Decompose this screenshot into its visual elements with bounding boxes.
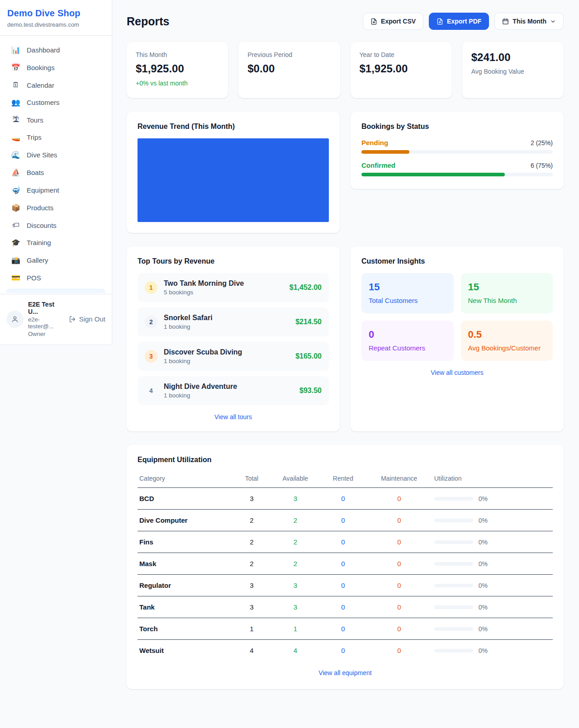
sidebar-item-gallery[interactable]: 📸Gallery: [4, 251, 108, 269]
table-row: Tank33000%: [138, 596, 553, 618]
sidebar-item-label: Gallery: [27, 256, 48, 264]
stat-value: $1,925.00: [136, 62, 219, 75]
file-download-icon: [370, 18, 377, 25]
user-name: E2E Test U...: [28, 301, 64, 315]
status-count: 6 (75%): [531, 162, 553, 169]
sidebar-item-dive-sites[interactable]: 🌊Dive Sites: [4, 146, 108, 164]
sidebar-item-training[interactable]: 🎓Training: [4, 234, 108, 251]
page-header: Reports Export CSV Export PDF This Month: [127, 13, 564, 30]
sidebar-item-boats[interactable]: ⛵Boats: [4, 164, 108, 181]
table-row: BCD33000%: [138, 488, 553, 510]
tour-amount: $165.00: [295, 352, 322, 360]
export-csv-button[interactable]: Export CSV: [363, 13, 423, 30]
cell-total: 2: [233, 510, 271, 531]
cell-maintenance: 0: [366, 618, 432, 640]
avatar: [6, 311, 24, 328]
sidebar-item-customers[interactable]: 👥Customers: [4, 94, 108, 111]
spiral-calendar-icon: 🗓: [11, 81, 21, 89]
utilization-meter: 0%: [434, 539, 551, 546]
cell-available: 3: [271, 596, 320, 618]
sidebar-nav: 📊Dashboard📅Bookings🗓Calendar👥Customers🏝T…: [0, 36, 112, 288]
equipment-utilization-title: Equipment Utilization: [138, 456, 553, 464]
tour-list: 1Two Tank Morning Dive5 bookings$1,452.0…: [138, 273, 329, 405]
cell-rented: 0: [320, 553, 366, 575]
utilization-percent: 0%: [479, 582, 488, 589]
tag-icon: 🏷: [11, 221, 21, 229]
export-pdf-button[interactable]: Export PDF: [429, 13, 489, 30]
camera-icon: 📸: [11, 256, 21, 265]
cell-utilization: 0%: [432, 596, 553, 618]
tour-bookings: 1 booking: [164, 358, 289, 364]
person-icon: [11, 315, 19, 323]
cell-available: 2: [271, 531, 320, 553]
tour-amount: $214.50: [295, 318, 322, 326]
column-header: Available: [271, 470, 320, 488]
sidebar-item-label: Trips: [27, 133, 42, 141]
island-icon: 🏝: [11, 116, 21, 124]
equipment-utilization-card: Equipment Utilization CategoryTotalAvail…: [127, 445, 564, 689]
stat-value: $0.00: [247, 62, 331, 75]
cell-available: 3: [271, 575, 320, 596]
sign-out-button[interactable]: Sign Out: [69, 315, 105, 323]
stat-delta: +0% vs last month: [136, 80, 219, 87]
top-tours-title: Top Tours by Revenue: [138, 257, 329, 265]
bar-chart-icon: 📊: [11, 46, 21, 54]
progress-track: [434, 562, 473, 566]
rank-badge: 1: [145, 281, 157, 294]
user-role: Owner: [28, 331, 64, 337]
cell-total: 1: [233, 618, 271, 640]
graduation-cap-icon: 🎓: [11, 238, 21, 247]
sidebar-item-discounts[interactable]: 🏷Discounts: [4, 217, 108, 234]
cell-maintenance: 0: [366, 553, 432, 575]
cell-total: 4: [233, 640, 271, 662]
utilization-percent: 0%: [479, 495, 488, 502]
progress-track: [434, 540, 473, 544]
cell-total: 3: [233, 575, 271, 596]
stat-card-this-month: This Month $1,925.00 +0% vs last month: [127, 42, 228, 98]
stat-card-previous-period: Previous Period $0.00: [238, 42, 340, 98]
status-row-header: Confirmed6 (75%): [361, 161, 553, 169]
insight-value: 15: [369, 281, 446, 293]
status-row: Pending2 (25%): [361, 139, 553, 154]
sidebar-item-pos[interactable]: 💳POS: [4, 269, 108, 287]
progress-fill: [361, 150, 409, 154]
cell-rented: 0: [320, 531, 366, 553]
utilization-meter: 0%: [434, 517, 551, 524]
sidebar-item-calendar[interactable]: 🗓Calendar: [4, 76, 108, 94]
column-header: Rented: [320, 470, 366, 488]
table-row: Mask22000%: [138, 553, 553, 575]
progress-track: [361, 173, 553, 176]
view-all-tours-link[interactable]: View all tours: [138, 413, 329, 421]
sidebar-item-dashboard[interactable]: 📊Dashboard: [4, 41, 108, 59]
cell-utilization: 0%: [432, 618, 553, 640]
sidebar-item-tours[interactable]: 🏝Tours: [4, 111, 108, 128]
stat-label: This Month: [136, 51, 219, 58]
tour-info: Discover Scuba Diving1 booking: [164, 348, 289, 364]
cell-category: Fins: [138, 531, 233, 553]
view-all-equipment-link[interactable]: View all equipment: [138, 669, 553, 676]
header-actions: Export CSV Export PDF This Month: [363, 13, 564, 30]
insight-tile-total-customers: 15Total Customers: [361, 273, 454, 313]
sidebar-item-label: Boats: [27, 169, 44, 176]
sidebar-item-equipment[interactable]: 🤿Equipment: [4, 181, 108, 199]
period-dropdown[interactable]: This Month: [494, 13, 564, 30]
tour-amount: $1,452.00: [290, 284, 322, 292]
sidebar-item-bookings[interactable]: 📅Bookings: [4, 59, 108, 76]
sidebar-item-trips[interactable]: 🚤Trips: [4, 128, 108, 146]
cell-rented: 0: [320, 596, 366, 618]
tour-name: Night Dive Adventure: [164, 383, 293, 391]
sidebar-item-products[interactable]: 📦Products: [4, 199, 108, 217]
charts-row: Revenue Trend (This Month) Bookings by S…: [127, 112, 564, 233]
cell-utilization: 0%: [432, 510, 553, 531]
top-tours-card: Top Tours by Revenue 1Two Tank Morning D…: [127, 246, 340, 431]
column-header: Category: [138, 470, 233, 488]
sidebar-item-label: Tours: [27, 116, 43, 124]
sidebar-item-label: Customers: [27, 99, 60, 106]
tour-bookings: 1 booking: [164, 323, 289, 330]
view-all-customers-link[interactable]: View all customers: [361, 369, 553, 376]
revenue-trend-title: Revenue Trend (This Month): [138, 123, 329, 131]
progress-track: [434, 584, 473, 587]
status-count: 2 (25%): [531, 139, 553, 147]
chevron-down-icon: [550, 19, 556, 24]
boat-icon: 🚤: [11, 133, 21, 142]
